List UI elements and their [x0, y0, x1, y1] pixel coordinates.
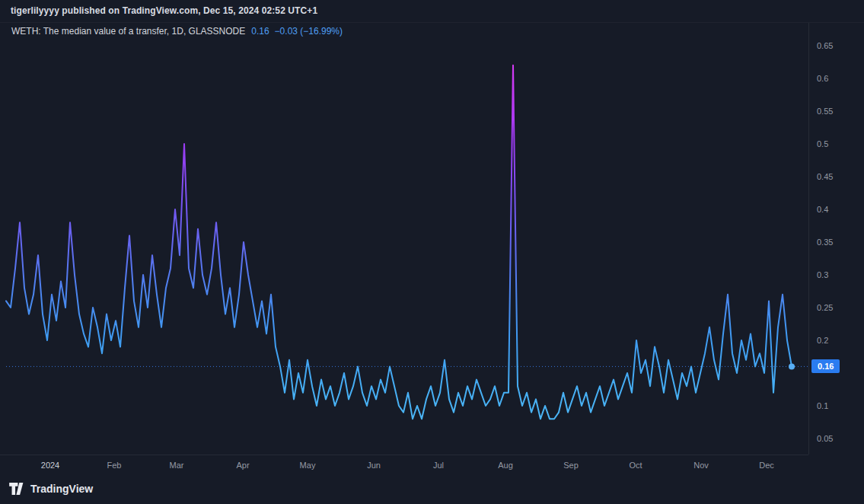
time-axis-label: Feb: [107, 461, 122, 470]
legend: WETH: The median value of a transfer, 1D…: [11, 26, 343, 37]
time-axis-label: Jun: [367, 461, 381, 470]
last-price-badge: 0.16: [811, 359, 840, 373]
time-axis-label: Dec: [759, 461, 774, 470]
price-axis-label: 0.45: [817, 171, 833, 182]
last-point-marker: [789, 363, 795, 369]
price-axis-label: 0.1: [817, 400, 828, 411]
tradingview-logo[interactable]: TradingView: [9, 483, 93, 495]
last-value: 0.16: [251, 26, 269, 37]
time-axis-label: Apr: [236, 461, 249, 470]
change-value: −0.03 (−16.99%): [275, 26, 343, 37]
time-axis-label: May: [300, 461, 316, 470]
symbol-title[interactable]: WETH: The median value of a transfer, 1D…: [11, 26, 245, 37]
price-axis-label: 0.4: [817, 204, 828, 215]
tradingview-logo-icon: [9, 483, 25, 495]
legend-values: 0.16 −0.03 (−16.99%): [251, 26, 343, 37]
time-axis-label: Sep: [563, 461, 579, 470]
time-axis-label: 2024: [41, 461, 59, 470]
time-axis-label: Aug: [498, 461, 513, 470]
price-axis-label: 0.35: [817, 237, 833, 247]
price-axis-label: 0.65: [817, 40, 833, 51]
time-axis-label: Jul: [433, 461, 444, 470]
time-axis-label: Oct: [629, 461, 642, 470]
time-axis-border: [0, 455, 808, 455]
price-axis-label: 0.55: [817, 106, 833, 116]
price-axis-label: 0.2: [817, 335, 828, 346]
time-axis-label: Nov: [693, 461, 709, 470]
price-axis-label: 0.25: [817, 302, 833, 313]
price-chart[interactable]: [0, 0, 864, 504]
price-axis-label: 0.05: [817, 433, 833, 444]
series-line: [6, 65, 792, 419]
price-axis-border: [808, 23, 809, 455]
time-axis-label: Mar: [170, 461, 184, 470]
price-axis-label: 0.5: [817, 139, 828, 149]
price-axis-label: 0.6: [817, 73, 828, 84]
tradingview-logo-text: TradingView: [30, 483, 93, 495]
price-axis-label: 0.3: [817, 270, 828, 280]
